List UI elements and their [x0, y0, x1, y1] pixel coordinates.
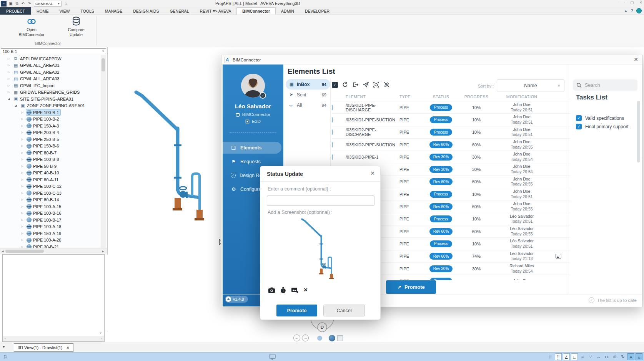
status-badge[interactable]: Rev 30% — [429, 154, 453, 161]
tree-expander-icon[interactable] — [21, 225, 26, 228]
tree-item[interactable]: GPWL IFC_Import — [0, 82, 99, 89]
tree-item[interactable]: ZONE ZONE-PIPING-AREA01 — [0, 103, 99, 109]
tree-expander-icon[interactable] — [21, 124, 26, 128]
tree-item[interactable]: PIPE 50-B-9 — [0, 163, 99, 170]
tree-expander-icon[interactable] — [21, 185, 26, 188]
tree-item[interactable]: SITE SITE-PIPING-AREA01 — [0, 96, 99, 103]
status-badge[interactable]: Rev 60% — [429, 178, 453, 185]
table-row[interactable]: /03SKID2-PIPE-DISCHARGE PIPE Process 10%… — [332, 126, 570, 139]
scroll-left-icon[interactable]: ◄ — [1, 250, 4, 253]
tree-expander-icon[interactable] — [8, 64, 13, 67]
tree-item[interactable]: PIPE 100-C-13 — [0, 190, 99, 197]
tree-horizontal-scrollbar[interactable]: ◄ ► — [0, 248, 107, 253]
status-badge[interactable]: Process — [430, 215, 452, 222]
column-element[interactable]: ELEMENT — [346, 94, 399, 99]
ribbon-tab[interactable]: ADMIN — [276, 7, 300, 15]
statusbar-icon[interactable]: ☼ — [636, 353, 642, 360]
messages-horizontal-scrollbar[interactable]: ‹ › — [3, 336, 104, 341]
ribbon-tab[interactable]: VIEW — [54, 7, 75, 15]
status-badge[interactable]: Process — [430, 129, 452, 136]
status-badge[interactable]: Rev 60% — [429, 228, 453, 235]
tree-expander-icon[interactable] — [21, 138, 26, 141]
close-icon[interactable]: ✕ — [370, 170, 375, 176]
tree-item[interactable]: PIPE 100-A-18 — [0, 224, 99, 230]
tasks-search[interactable] — [573, 79, 637, 91]
ribbon-tab[interactable]: TOOLS — [75, 7, 99, 15]
tree-expander-icon[interactable] — [21, 238, 26, 242]
tree-item[interactable]: PIPE 100-B-8 — [0, 156, 99, 163]
column-modification[interactable]: MODIFICATION — [493, 94, 551, 99]
filter-item[interactable]: Sent 69 — [286, 89, 330, 100]
open-bimconnector-button[interactable]: OpenBIMConnector — [14, 17, 49, 40]
tree-expander-icon[interactable] — [21, 178, 26, 181]
ribbon-tab[interactable]: MANAGE — [100, 7, 128, 15]
send-icon[interactable] — [363, 81, 369, 88]
close-button[interactable]: ✕ — [639, 0, 642, 5]
tab-list-dropdown-icon[interactable]: ▼ — [2, 345, 5, 349]
statusbar-icon[interactable]: ↦ — [603, 353, 610, 360]
sidebar-nav-item[interactable]: Elements — [223, 142, 281, 154]
status-badge[interactable]: Rev 30% — [429, 265, 453, 272]
maximize-button[interactable]: ▢ — [630, 0, 634, 5]
minimize-button[interactable]: — — [621, 0, 625, 5]
cube-view-icon[interactable] — [337, 335, 343, 341]
tree-expander-icon[interactable] — [21, 232, 26, 235]
undo-icon[interactable]: ↶ — [20, 2, 26, 6]
status-badge[interactable]: Rev 60% — [429, 203, 453, 210]
tree-item[interactable]: PIPE 80-A-11 — [0, 176, 99, 183]
ribbon-tab[interactable]: HOME — [31, 7, 54, 15]
statusbar-icon[interactable]: ∟ — [571, 353, 578, 360]
monitors-icon[interactable]: ⧉ — [14, 1, 20, 6]
camera-icon[interactable] — [268, 287, 275, 293]
scroll-right-icon[interactable]: ► — [102, 250, 105, 253]
modal-cancel-button[interactable]: Cancel — [323, 305, 365, 316]
tree-expander-icon[interactable] — [8, 91, 13, 94]
status-badge[interactable]: Rev 30% — [429, 166, 453, 173]
table-row[interactable]: /03SKID3-PIPE-1 PIPE Rev 30% 30% John Do… — [332, 151, 570, 163]
tree-expander-icon[interactable] — [21, 165, 26, 168]
tree-item[interactable]: PIPE 250-B-5 — [0, 136, 99, 143]
task-checkbox[interactable]: ✓ — [576, 115, 582, 121]
statusbar-icon[interactable]: ⣿ — [555, 353, 562, 360]
status-badge[interactable]: Process — [430, 278, 452, 280]
scroll-left-icon[interactable]: ‹ — [5, 337, 6, 340]
tree-item[interactable]: GPWL ALL_AREA02 — [0, 69, 99, 76]
status-badge[interactable]: Process — [430, 116, 452, 123]
modal-promote-button[interactable]: Promote — [276, 305, 317, 316]
quick-access-combobox[interactable]: GENERAL ▼ — [34, 1, 62, 7]
tree-expander-icon[interactable] — [21, 111, 26, 114]
clear-screenshot-icon[interactable]: × — [304, 286, 308, 294]
sort-dropdown[interactable]: Name ∨ — [497, 79, 564, 91]
tree-item[interactable]: PIPE 100-C-12 — [0, 183, 99, 190]
view-prev-icon[interactable]: ← — [293, 335, 300, 341]
status-badge[interactable]: Rev 60% — [429, 253, 453, 260]
tree-vertical-scrollbar[interactable] — [101, 55, 106, 248]
tree-expander-icon[interactable] — [21, 171, 26, 174]
tree-item[interactable]: PIPE 100-B-1 — [0, 109, 99, 116]
close-icon[interactable]: ✕ — [634, 56, 638, 63]
tree-item[interactable]: PIPE 100-B-2 — [0, 116, 99, 123]
tree-item[interactable]: PIPE 100-A-15 — [0, 203, 99, 210]
statusbar-icon[interactable]: ∵ — [587, 353, 594, 360]
close-icon[interactable]: ✕ — [67, 346, 70, 350]
tree-item[interactable]: GPWL ALL_AREA01 — [0, 62, 99, 69]
status-badge[interactable]: Rev 60% — [429, 141, 453, 148]
tree-expander-icon[interactable] — [8, 77, 13, 80]
statusbar-icon[interactable]: ⣿ — [547, 353, 554, 360]
statusbar-icon[interactable]: ↔ — [595, 353, 602, 360]
statusbar-icon[interactable]: ⌖ — [627, 353, 634, 360]
statusbar-icon[interactable]: ⌗ — [579, 353, 586, 360]
comment-input[interactable] — [267, 195, 374, 206]
explorer-search-combobox[interactable]: 100-B-1 ∨ — [1, 48, 106, 54]
help-icon[interactable]: ? — [631, 8, 633, 13]
tree-expander-icon[interactable] — [21, 198, 26, 201]
tasks-scrollbar[interactable] — [637, 101, 640, 159]
compare-update-button[interactable]: CompareUpdate — [58, 17, 94, 40]
collapse-ribbon-icon[interactable]: ▲ — [624, 9, 627, 13]
tree-expander-icon[interactable] — [8, 84, 13, 87]
tree-item[interactable]: PIPE 100-A-20 — [0, 237, 99, 244]
status-badge[interactable]: Process — [430, 191, 452, 198]
tree-item[interactable]: APPLDW IFCAPPDW — [0, 55, 99, 62]
task-checkbox[interactable]: ✓ — [576, 124, 582, 129]
table-row[interactable]: /03SKID1-PIPE-DISCHARGE PIPE Process 10%… — [332, 101, 570, 114]
